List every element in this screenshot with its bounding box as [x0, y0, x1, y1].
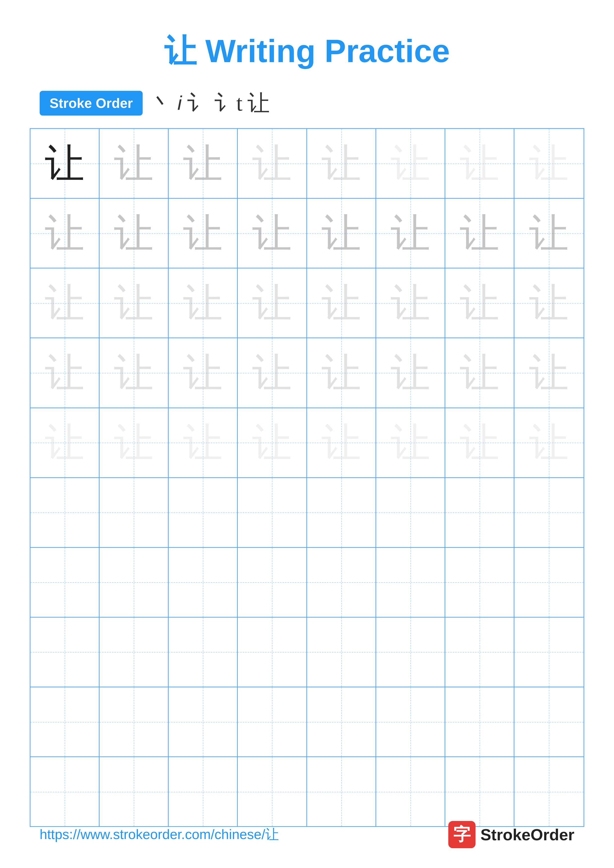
- char-display: 让: [45, 353, 84, 393]
- grid-cell[interactable]: [307, 687, 376, 756]
- grid-cell[interactable]: 让: [238, 408, 307, 477]
- grid-cell[interactable]: 让: [31, 408, 99, 477]
- grid-cell[interactable]: [376, 548, 445, 617]
- grid-cell[interactable]: 让: [515, 199, 583, 268]
- grid-cell[interactable]: [238, 478, 307, 547]
- grid-cell[interactable]: 让: [376, 408, 445, 477]
- grid-cell[interactable]: [238, 548, 307, 617]
- grid-cell[interactable]: [307, 478, 376, 547]
- grid-cell[interactable]: [376, 757, 445, 826]
- grid-cell[interactable]: 让: [445, 408, 515, 477]
- grid-cell[interactable]: 让: [238, 338, 307, 407]
- char-display: 让: [529, 283, 569, 323]
- grid-cell[interactable]: 让: [99, 268, 169, 338]
- grid-cell[interactable]: 让: [99, 129, 169, 198]
- grid-cell[interactable]: [169, 478, 238, 547]
- grid-cell[interactable]: [376, 478, 445, 547]
- char-display: 让: [460, 353, 499, 393]
- footer-brand: 字 StrokeOrder: [448, 821, 574, 848]
- grid-cell[interactable]: [376, 687, 445, 756]
- footer-url[interactable]: https://www.strokeorder.com/chinese/让: [40, 825, 279, 844]
- grid-cell[interactable]: [445, 618, 515, 687]
- grid-cell[interactable]: [515, 548, 583, 617]
- grid-cell[interactable]: 让: [99, 199, 169, 268]
- grid-cell[interactable]: [515, 618, 583, 687]
- grid-cell[interactable]: [307, 548, 376, 617]
- grid-cell[interactable]: 让: [307, 129, 376, 198]
- grid-cell[interactable]: 让: [238, 268, 307, 338]
- grid-cell[interactable]: [169, 548, 238, 617]
- char-display: 让: [114, 353, 154, 393]
- grid-cell[interactable]: 让: [31, 129, 99, 198]
- grid-cell[interactable]: [238, 687, 307, 756]
- grid-cell[interactable]: [515, 757, 583, 826]
- char-display: 让: [114, 144, 154, 183]
- char-display: 让: [460, 144, 499, 183]
- grid-cell[interactable]: 让: [445, 199, 515, 268]
- grid-cell[interactable]: 让: [169, 129, 238, 198]
- char-display: 让: [252, 423, 292, 462]
- grid-cell[interactable]: [307, 618, 376, 687]
- grid-cell[interactable]: [99, 687, 169, 756]
- grid-cell[interactable]: 让: [376, 129, 445, 198]
- grid-cell[interactable]: 让: [238, 199, 307, 268]
- grid-cell[interactable]: [31, 548, 99, 617]
- grid-cell[interactable]: 让: [307, 338, 376, 407]
- grid-cell[interactable]: 让: [99, 408, 169, 477]
- grid-cell[interactable]: [169, 687, 238, 756]
- grid-cell[interactable]: [445, 548, 515, 617]
- char-display: 让: [322, 423, 361, 462]
- char-display: 让: [390, 353, 430, 393]
- grid-cell[interactable]: [445, 478, 515, 547]
- grid-cell[interactable]: [515, 478, 583, 547]
- char-display: 让: [45, 283, 84, 323]
- grid-cell[interactable]: 让: [376, 268, 445, 338]
- grid-cell[interactable]: 让: [31, 199, 99, 268]
- grid-cell[interactable]: 让: [238, 129, 307, 198]
- char-display: 让: [322, 353, 361, 393]
- grid-cell[interactable]: 让: [515, 338, 583, 407]
- grid-cell[interactable]: 让: [515, 129, 583, 198]
- grid-cell[interactable]: 让: [307, 268, 376, 338]
- grid-cell[interactable]: [169, 618, 238, 687]
- grid-cell[interactable]: 让: [31, 338, 99, 407]
- grid-cell[interactable]: [238, 618, 307, 687]
- title-char: 让: [164, 33, 196, 69]
- char-display: 让: [390, 144, 430, 183]
- grid-cell[interactable]: [307, 757, 376, 826]
- grid-cell[interactable]: [99, 757, 169, 826]
- grid-cell[interactable]: 让: [307, 199, 376, 268]
- grid-cell[interactable]: 让: [445, 129, 515, 198]
- grid-cell[interactable]: [515, 687, 583, 756]
- grid-cell[interactable]: 让: [99, 338, 169, 407]
- grid-cell[interactable]: 让: [515, 408, 583, 477]
- grid-cell[interactable]: [445, 757, 515, 826]
- page-title: 让 Writing Practice: [0, 0, 614, 88]
- stroke-sequence: 丶 i 讠 讠t 让: [150, 88, 270, 118]
- grid-cell[interactable]: 让: [307, 408, 376, 477]
- grid-row-3: 让 让 让 让 让 让 让 让: [31, 268, 583, 338]
- grid-cell[interactable]: 让: [169, 338, 238, 407]
- grid-cell[interactable]: 让: [376, 338, 445, 407]
- grid-cell[interactable]: [31, 618, 99, 687]
- grid-cell[interactable]: [376, 618, 445, 687]
- char-display: 让: [183, 144, 223, 183]
- grid-cell[interactable]: 让: [169, 199, 238, 268]
- grid-cell[interactable]: 让: [169, 408, 238, 477]
- brand-icon-char: 字: [453, 823, 471, 846]
- grid-cell[interactable]: [445, 687, 515, 756]
- grid-cell[interactable]: 让: [445, 268, 515, 338]
- grid-cell[interactable]: 让: [169, 268, 238, 338]
- grid-cell[interactable]: [31, 757, 99, 826]
- grid-cell[interactable]: [169, 757, 238, 826]
- grid-cell[interactable]: 让: [31, 268, 99, 338]
- grid-cell[interactable]: [99, 548, 169, 617]
- grid-cell[interactable]: [238, 757, 307, 826]
- grid-cell[interactable]: [99, 618, 169, 687]
- grid-cell[interactable]: [31, 687, 99, 756]
- grid-cell[interactable]: 让: [515, 268, 583, 338]
- grid-cell[interactable]: 让: [445, 338, 515, 407]
- grid-cell[interactable]: [31, 478, 99, 547]
- grid-cell[interactable]: 让: [376, 199, 445, 268]
- grid-cell[interactable]: [99, 478, 169, 547]
